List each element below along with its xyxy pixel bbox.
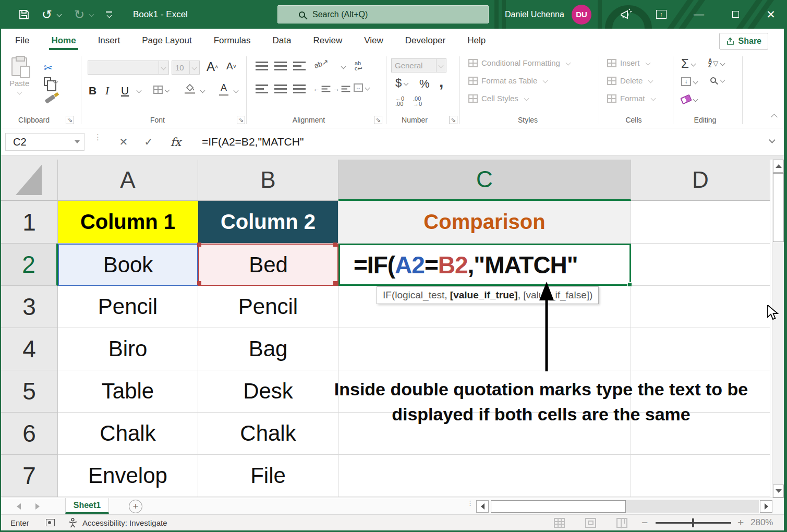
align-left-button[interactable]: [256, 84, 268, 93]
paste-button[interactable]: Paste: [9, 57, 29, 94]
decrease-decimal-button[interactable]: .00→0: [413, 96, 422, 106]
cell-B3[interactable]: Pencil: [198, 286, 338, 328]
align-center-button[interactable]: [274, 84, 287, 93]
tab-file[interactable]: File: [13, 29, 31, 52]
close-button[interactable]: ✕: [759, 0, 783, 29]
format-cells-button[interactable]: Format: [607, 94, 655, 103]
tab-help[interactable]: Help: [465, 29, 488, 52]
feedback-button[interactable]: [614, 0, 637, 29]
insert-cells-button[interactable]: Insert: [607, 58, 650, 67]
undo-dropdown[interactable]: [55, 0, 63, 29]
zoom-slider-thumb[interactable]: [692, 518, 694, 527]
row-header-4[interactable]: 4: [1, 328, 58, 370]
borders-button[interactable]: [153, 86, 169, 94]
search-input[interactable]: Search (Alt+Q): [277, 5, 489, 23]
increase-decimal-button[interactable]: ←0.00: [395, 96, 404, 106]
share-button[interactable]: Share: [719, 33, 768, 50]
zoom-slider[interactable]: [656, 522, 731, 524]
account-avatar[interactable]: DU: [571, 0, 592, 29]
font-color-dropdown[interactable]: [232, 89, 238, 92]
alignment-dialog-launcher[interactable]: ⇘: [374, 116, 382, 124]
copy-button[interactable]: [44, 77, 57, 86]
clear-button[interactable]: [681, 96, 697, 103]
cell-D7[interactable]: [631, 455, 770, 497]
font-dialog-launcher[interactable]: ⇘: [237, 116, 245, 124]
increase-indent-button[interactable]: →: [333, 84, 352, 93]
tab-home[interactable]: Home: [49, 29, 78, 52]
new-sheet-button[interactable]: +: [129, 500, 142, 513]
normal-view-button[interactable]: [554, 515, 565, 530]
redo-button[interactable]: ↻: [69, 0, 90, 29]
horizontal-scrollbar[interactable]: [491, 500, 759, 513]
cell-D1[interactable]: [631, 201, 770, 244]
middle-align-button[interactable]: [274, 62, 287, 70]
sort-filter-button[interactable]: AZ▽: [708, 58, 724, 68]
underline-button[interactable]: U: [121, 84, 129, 97]
expand-formula-bar-button[interactable]: [769, 137, 776, 143]
minimize-button[interactable]: —: [687, 0, 710, 29]
cell-A1[interactable]: Column 1: [58, 201, 198, 244]
cell-A2[interactable]: Book: [58, 244, 198, 286]
row-header-5[interactable]: 5: [1, 370, 58, 413]
percent-style-button[interactable]: %: [419, 77, 430, 91]
cell-C1[interactable]: Comparison: [338, 201, 631, 244]
cell-C4[interactable]: [338, 328, 631, 370]
next-sheet-button[interactable]: [35, 503, 40, 510]
horizontal-scrollbar-thumb[interactable]: [491, 500, 626, 513]
row-header-3[interactable]: 3: [1, 286, 58, 328]
tab-developer[interactable]: Developer: [403, 29, 448, 52]
column-header-a[interactable]: A: [58, 160, 198, 201]
italic-button[interactable]: I: [105, 84, 109, 98]
bottom-align-button[interactable]: [293, 62, 306, 70]
align-right-button[interactable]: [293, 84, 306, 93]
decrease-indent-button[interactable]: ←: [313, 84, 332, 93]
font-color-button[interactable]: A: [219, 82, 228, 96]
tab-scrollbar-splitter[interactable]: ⋮: [467, 501, 474, 505]
cell-B1[interactable]: Column 2: [198, 201, 338, 244]
formula-input[interactable]: =IF(A2=B2,"MATCH": [202, 133, 304, 151]
format-painter-button[interactable]: [45, 97, 55, 101]
cell-A6[interactable]: Chalk: [58, 413, 198, 455]
zoom-in-button[interactable]: +: [737, 515, 744, 530]
decrease-font-size-button[interactable]: A˅: [226, 61, 236, 72]
scroll-up-button[interactable]: [773, 160, 784, 173]
comma-style-button[interactable]: ,: [439, 73, 443, 91]
font-name-combo[interactable]: [88, 61, 169, 75]
bold-button[interactable]: B: [89, 84, 96, 97]
font-size-combo[interactable]: 10: [172, 61, 200, 75]
column-header-c[interactable]: C: [338, 160, 631, 201]
top-align-button[interactable]: [256, 62, 268, 70]
format-as-table-button[interactable]: Format as Table: [468, 76, 547, 85]
conditional-formatting-button[interactable]: Conditional Formatting: [468, 58, 570, 67]
page-break-view-button[interactable]: [616, 515, 627, 530]
cell-C7[interactable]: [338, 455, 631, 497]
save-button[interactable]: [15, 0, 33, 29]
orientation-dropdown[interactable]: [339, 65, 345, 68]
previous-sheet-button[interactable]: [17, 503, 21, 510]
select-all-button[interactable]: [1, 160, 58, 201]
wrap-text-button[interactable]: abc↩: [355, 61, 362, 71]
tab-formulas[interactable]: Formulas: [212, 29, 253, 52]
cell-D4[interactable]: [631, 328, 770, 370]
name-box[interactable]: C2: [5, 133, 84, 151]
vertical-scrollbar[interactable]: [772, 160, 784, 498]
cell-C2-active[interactable]: =IF(A2=B2,"MATCH": [338, 244, 631, 286]
cell-styles-button[interactable]: Cell Styles: [468, 94, 528, 103]
vertical-scrollbar-thumb[interactable]: [773, 173, 784, 242]
cell-B7[interactable]: File: [198, 455, 338, 497]
increase-font-size-button[interactable]: A˄: [207, 59, 218, 74]
cell-D2[interactable]: [631, 244, 770, 286]
formula-bar-splitter[interactable]: ⋮: [94, 135, 102, 139]
collapse-ribbon-button[interactable]: [771, 114, 778, 120]
redo-dropdown[interactable]: [88, 0, 95, 29]
record-macro-button[interactable]: [46, 515, 55, 530]
cancel-button[interactable]: ✕: [113, 133, 135, 151]
undo-button[interactable]: ↺: [37, 0, 57, 29]
tab-page-layout[interactable]: Page Layout: [140, 29, 193, 52]
cell-A5[interactable]: Table: [58, 370, 198, 413]
find-select-button[interactable]: [710, 77, 724, 83]
row-header-1[interactable]: 1: [1, 201, 58, 244]
quick-access-toolbar-button[interactable]: [102, 0, 116, 29]
fill-color-dropdown[interactable]: [198, 89, 204, 92]
zoom-level[interactable]: 280%: [750, 515, 773, 530]
